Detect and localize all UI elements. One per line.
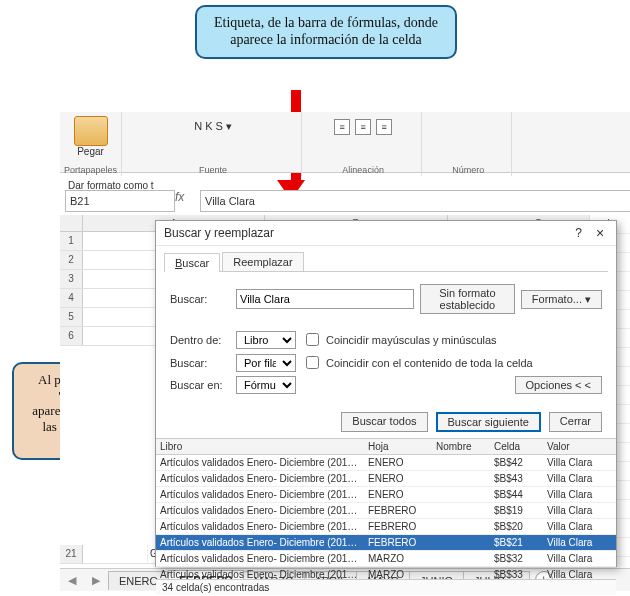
find-label: Buscar: — [170, 293, 230, 305]
col-sheet[interactable]: Hoja — [364, 439, 432, 454]
within-select[interactable]: Libro — [236, 331, 296, 349]
tab-find[interactable]: Buscar — [164, 253, 220, 272]
group-label: Fuente — [125, 165, 301, 175]
dialog-titlebar[interactable]: Buscar y reemplazar ? × — [156, 221, 616, 246]
row-number[interactable]: 2 — [60, 251, 83, 269]
tab-nav-prev-icon[interactable]: ◀ — [60, 574, 84, 587]
result-row[interactable]: Artículos validados Enero- Diciembre (20… — [156, 471, 616, 487]
help-button[interactable]: ? — [575, 226, 582, 240]
row-number[interactable]: 5 — [60, 308, 83, 326]
ribbon-group-number: Número — [425, 112, 512, 176]
ribbon-group-clipboard: Pegar Portapapeles — [60, 112, 122, 176]
group-label: Portapapeles — [60, 165, 121, 175]
match-case-label: Coincidir mayúsculas y minúsculas — [326, 334, 497, 346]
find-next-button[interactable]: Buscar siguiente — [436, 412, 541, 432]
tab-find-rest: uscar — [182, 257, 209, 269]
lookin-label: Buscar en: — [170, 379, 230, 391]
tab-nav-next-icon[interactable]: ▶ — [84, 574, 108, 587]
col-cell[interactable]: Celda — [490, 439, 543, 454]
row-number[interactable]: 1 — [60, 232, 83, 250]
align-center-icon[interactable]: ≡ — [355, 119, 371, 135]
results-header: Libro Hoja Nombre Celda Valor — [156, 439, 616, 455]
find-input[interactable] — [236, 289, 414, 309]
align-right-icon[interactable]: ≡ — [376, 119, 392, 135]
col-name[interactable]: Nombre — [432, 439, 490, 454]
format-button[interactable]: Formato... ▾ — [521, 290, 602, 309]
within-label: Dentro de: — [170, 334, 230, 346]
dialog-body: Buscar: Sin formato establecido Formato.… — [156, 272, 616, 406]
row-number[interactable]: 21 — [60, 545, 83, 563]
result-row[interactable]: Artículos validados Enero- Diciembre (20… — [156, 535, 616, 551]
result-row[interactable]: Artículos validados Enero- Diciembre (20… — [156, 503, 616, 519]
result-row[interactable]: Artículos validados Enero- Diciembre (20… — [156, 487, 616, 503]
options-button[interactable]: Opciones < < — [515, 376, 602, 394]
col-value[interactable]: Valor — [543, 439, 616, 454]
row-number[interactable]: 4 — [60, 289, 83, 307]
group-label: Número — [425, 165, 511, 175]
name-box[interactable]: B21 — [65, 190, 175, 212]
results-grid[interactable]: Libro Hoja Nombre Celda Valor Artículos … — [156, 438, 616, 579]
match-case-checkbox[interactable] — [306, 333, 319, 346]
formula-bar[interactable]: Villa Clara — [200, 190, 630, 212]
paste-label[interactable]: Pegar — [68, 146, 113, 157]
dialog-buttons: Buscar todos Buscar siguiente Cerrar — [156, 406, 616, 438]
search-label: Buscar: — [170, 357, 230, 369]
row-number[interactable]: 6 — [60, 327, 83, 345]
search-select[interactable]: Por filas — [236, 354, 296, 372]
tab-replace[interactable]: Reemplazar — [222, 252, 303, 271]
close-button[interactable]: Cerrar — [549, 412, 602, 432]
result-row[interactable]: Artículos validados Enero- Diciembre (20… — [156, 567, 616, 579]
callout-formula-bar: Etiqueta, de la barra de fórmulas, donde… — [195, 5, 457, 59]
result-row[interactable]: Artículos validados Enero- Diciembre (20… — [156, 519, 616, 535]
dialog-tabs: Buscar Reemplazar — [164, 252, 608, 272]
dialog-title: Buscar y reemplazar — [164, 226, 274, 240]
font-buttons[interactable]: N K S ▾ — [194, 120, 232, 132]
result-row[interactable]: Artículos validados Enero- Diciembre (20… — [156, 455, 616, 471]
results-status: 34 celda(s) encontradas — [156, 579, 616, 595]
match-entire-checkbox[interactable] — [306, 356, 319, 369]
fx-icon[interactable]: fx — [175, 190, 184, 204]
align-left-icon[interactable]: ≡ — [334, 119, 350, 135]
ribbon: Pegar Portapapeles N K S ▾ Fuente ≡ ≡ ≡ … — [60, 112, 630, 173]
find-replace-dialog: Buscar y reemplazar ? × Buscar Reemplaza… — [155, 220, 617, 567]
row-number[interactable]: 3 — [60, 270, 83, 288]
ribbon-group-font: N K S ▾ Fuente — [125, 112, 302, 176]
no-format-display: Sin formato establecido — [420, 284, 515, 314]
find-all-button[interactable]: Buscar todos — [341, 412, 427, 432]
result-row[interactable]: Artículos validados Enero- Diciembre (20… — [156, 551, 616, 567]
col-book[interactable]: Libro — [156, 439, 364, 454]
group-label: Alineación — [305, 165, 421, 175]
lookin-select[interactable]: Fórmulas — [236, 376, 296, 394]
match-entire-label: Coincidir con el contenido de toda la ce… — [326, 357, 533, 369]
close-icon[interactable]: × — [592, 225, 608, 241]
paste-icon[interactable] — [74, 116, 108, 146]
ribbon-group-align: ≡ ≡ ≡ Alineación — [305, 112, 422, 176]
